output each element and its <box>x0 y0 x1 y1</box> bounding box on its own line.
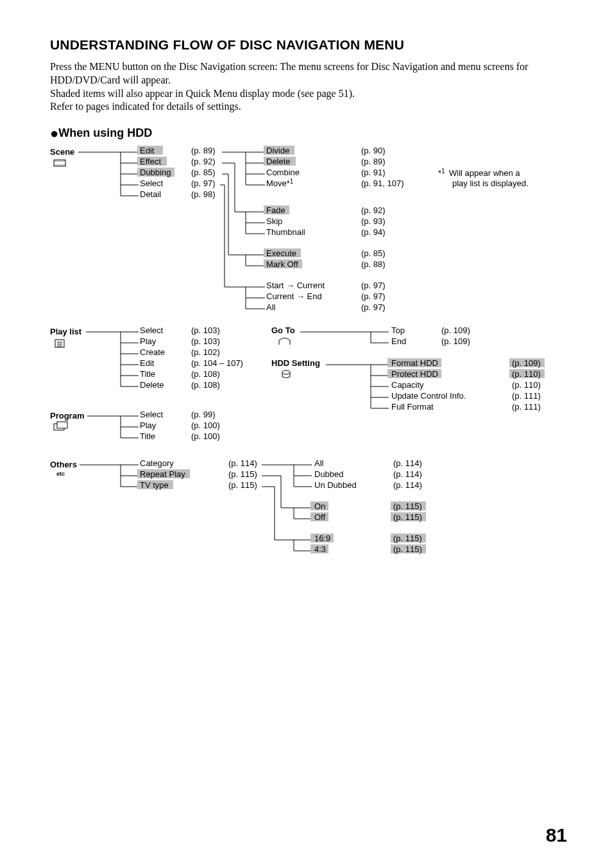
edit-delete-page: (p. 89) <box>361 157 386 166</box>
footnote-mark: *1 <box>438 168 445 178</box>
subheader-text: When using HDD <box>58 126 152 139</box>
root-others: Others <box>50 460 77 469</box>
root-goto: Go To <box>271 326 295 335</box>
prog-title-page: (p. 100) <box>191 431 220 441</box>
effect-skip-label: Skip <box>266 216 282 226</box>
sel-all-label: All <box>266 302 276 312</box>
intro-line-1: Press the MENU button on the Disc Naviga… <box>50 61 528 85</box>
hdd-fullfmt-label: Full Format <box>391 402 434 412</box>
footnote-line1: Will appear when a <box>449 168 520 178</box>
cat-all-page: (p. 114) <box>393 458 422 468</box>
tv-169-label: 16:9 <box>314 534 330 543</box>
page-number: 81 <box>546 824 567 846</box>
rep-off-page: (p. 115) <box>393 512 422 522</box>
menu-tree-diagram: Scene Edit (p. 89) Effect (p. 92) Dubbin… <box>50 146 576 569</box>
tv-43-page: (p. 115) <box>393 544 422 554</box>
sel-start-label: Start → Current <box>266 281 325 290</box>
scene-effect-label: Effect <box>140 157 161 166</box>
scene-icon <box>54 160 65 166</box>
pl-delete-label: Delete <box>140 380 164 390</box>
root-scene: Scene <box>50 147 74 157</box>
tv-169-page: (p. 115) <box>393 534 422 543</box>
pl-create-label: Create <box>140 347 165 357</box>
rep-on-page: (p. 115) <box>393 501 422 511</box>
pl-delete-page: (p. 108) <box>191 380 220 390</box>
pl-title-label: Title <box>140 369 155 379</box>
goto-icon <box>279 338 290 345</box>
scene-dubbing-label: Dubbing <box>140 168 171 177</box>
goto-end-page: (p. 109) <box>441 336 470 346</box>
sel-cur-label: Current → End <box>266 291 322 301</box>
scene-select-page: (p. 97) <box>191 178 216 188</box>
hdd-fullfmt-page: (p. 111) <box>512 402 541 412</box>
scene-effect-page: (p. 92) <box>191 157 216 166</box>
cat-dub-label: Dubbed <box>314 469 344 479</box>
hdd-update-label: Update Control Info. <box>391 391 466 401</box>
oth-rep-page: (p. 115) <box>228 469 257 479</box>
root-playlist: Play list <box>50 327 82 336</box>
intro-line-2: Shaded items will also appear in Quick M… <box>50 88 355 99</box>
cat-undub-label: Un Dubbed <box>314 480 357 490</box>
pl-play-page: (p. 103) <box>191 336 220 346</box>
scene-select-label: Select <box>140 178 164 188</box>
scene-edit-label: Edit <box>140 146 155 155</box>
prog-select-label: Select <box>140 410 164 419</box>
cat-undub-page: (p. 114) <box>393 480 422 490</box>
root-program: Program <box>50 411 84 421</box>
intro-text: Press the MENU button on the Disc Naviga… <box>50 60 567 114</box>
dub-markoff-page: (p. 88) <box>361 259 386 269</box>
hdd-update-page: (p. 111) <box>512 391 541 401</box>
hdd-protect-label: Protect HDD <box>391 369 438 379</box>
edit-combine-label: Combine <box>266 168 300 177</box>
effect-fade-page: (p. 92) <box>361 205 386 215</box>
page-heading: UNDERSTANDING FLOW OF DISC NAVIGATION ME… <box>50 37 567 53</box>
svg-rect-0 <box>54 160 65 166</box>
root-hddset: HDD Setting <box>271 358 320 368</box>
oth-cat-page: (p. 114) <box>228 458 257 468</box>
tv-43-label: 4:3 <box>314 544 326 554</box>
hdd-format-page: (p. 109) <box>512 358 541 368</box>
scene-detail-page: (p. 98) <box>191 189 216 199</box>
pl-edit-page: (p. 104 – 107) <box>191 358 243 368</box>
goto-end-label: End <box>391 336 406 346</box>
hdd-capacity-label: Capacity <box>391 380 424 390</box>
effect-skip-page: (p. 93) <box>361 216 386 226</box>
bullet-icon: ● <box>50 125 58 141</box>
others-etc-icon: etc <box>56 471 65 477</box>
rep-on-label: On <box>314 501 325 511</box>
sel-start-page: (p. 97) <box>361 281 386 290</box>
hdd-setting-icon <box>282 370 290 378</box>
sel-all-page: (p. 97) <box>361 302 386 312</box>
hdd-capacity-page: (p. 110) <box>512 380 541 390</box>
prog-play-label: Play <box>140 421 157 430</box>
edit-combine-page: (p. 91) <box>361 168 386 177</box>
pl-select-page: (p. 103) <box>191 326 220 335</box>
pl-edit-label: Edit <box>140 358 155 368</box>
pl-play-label: Play <box>140 336 157 346</box>
scene-dubbing-page: (p. 85) <box>191 168 216 177</box>
edit-move-page: (p. 91, 107) <box>361 178 404 188</box>
prog-title-label: Title <box>140 431 155 441</box>
oth-cat-label: Category <box>140 458 174 468</box>
rep-off-label: Off <box>314 512 325 522</box>
oth-tv-page: (p. 115) <box>228 480 257 490</box>
pl-select-label: Select <box>140 326 164 335</box>
scene-edit-page: (p. 89) <box>191 146 216 155</box>
effect-thumb-page: (p. 94) <box>361 227 386 237</box>
edit-delete-label: Delete <box>266 157 291 166</box>
dub-exec-label: Execute <box>266 248 296 258</box>
edit-move-label: Move*1 <box>266 178 294 188</box>
hdd-protect-page: (p. 110) <box>512 369 541 379</box>
effect-thumb-label: Thumbnail <box>266 227 305 237</box>
goto-top-label: Top <box>391 326 405 335</box>
dub-markoff-label: Mark Off <box>266 259 298 269</box>
prog-select-page: (p. 99) <box>191 410 216 419</box>
cat-dub-page: (p. 114) <box>393 469 422 479</box>
oth-rep-label: Repeat Play <box>140 469 185 479</box>
section-subheader: ●When using HDD <box>50 125 567 142</box>
goto-top-page: (p. 109) <box>441 326 470 335</box>
dub-exec-page: (p. 85) <box>361 248 386 258</box>
oth-tv-label: TV type <box>140 480 169 490</box>
program-icon <box>54 422 67 430</box>
cat-all-label: All <box>314 458 324 468</box>
